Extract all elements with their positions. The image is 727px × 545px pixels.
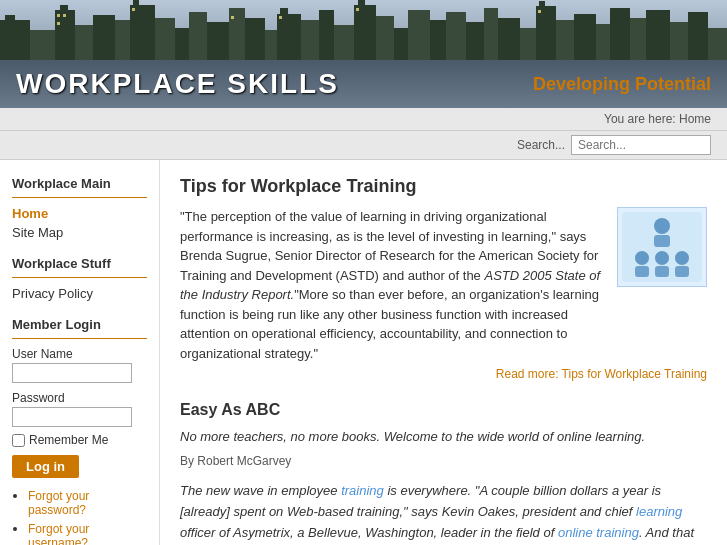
svg-rect-26 <box>394 28 408 60</box>
cityscape-banner <box>0 0 727 60</box>
svg-rect-4 <box>55 10 75 60</box>
sidebar-section-login: Member Login <box>12 317 147 332</box>
svg-rect-41 <box>646 10 670 60</box>
svg-rect-35 <box>539 1 545 6</box>
learning-link[interactable]: learning <box>636 504 682 519</box>
svg-rect-8 <box>115 20 130 60</box>
username-label: User Name <box>12 347 147 361</box>
sidebar-divider-2 <box>12 277 147 278</box>
svg-rect-34 <box>536 6 556 60</box>
svg-rect-38 <box>596 24 610 60</box>
sidebar-item-privacy[interactable]: Privacy Policy <box>12 286 147 301</box>
breadcrumb: You are here: Home <box>0 108 727 131</box>
svg-rect-2 <box>5 15 15 20</box>
svg-point-54 <box>654 218 670 234</box>
article2-p2-3: officer of Asymetrix, a Bellevue, Washin… <box>180 525 558 540</box>
article1-top: "The perception of the value of learning… <box>180 207 707 363</box>
sidebar-divider-1 <box>12 197 147 198</box>
svg-point-56 <box>635 251 649 265</box>
remember-me-label: Remember Me <box>29 433 108 447</box>
svg-rect-1 <box>0 20 30 60</box>
svg-rect-50 <box>279 16 282 19</box>
article2-body: No more teachers, no more books. Welcome… <box>180 427 707 545</box>
svg-rect-7 <box>93 15 115 60</box>
sidebar-item-sitemap[interactable]: Site Map <box>12 225 147 240</box>
article2-intro-text: No more teachers, no more books. Welcome… <box>180 429 645 444</box>
password-input[interactable] <box>12 407 132 427</box>
site-tagline: Developing Potential <box>533 74 711 95</box>
svg-rect-51 <box>356 8 359 11</box>
svg-rect-30 <box>466 22 484 60</box>
remember-me-row: Remember Me <box>12 433 147 447</box>
online-training-link[interactable]: online training <box>558 525 639 540</box>
svg-rect-9 <box>130 5 155 60</box>
forgot-password-link[interactable]: Forgot your password? <box>28 489 147 517</box>
svg-rect-37 <box>574 14 596 60</box>
svg-rect-59 <box>655 266 669 277</box>
article1-title: Tips for Workplace Training <box>180 176 707 197</box>
training-link[interactable]: training <box>341 483 384 498</box>
svg-rect-3 <box>30 30 55 60</box>
article1-body: "The perception of the value of learning… <box>180 207 605 363</box>
svg-rect-13 <box>189 12 207 60</box>
svg-rect-14 <box>207 22 229 60</box>
svg-rect-61 <box>675 266 689 277</box>
article1-image <box>617 207 707 287</box>
svg-rect-46 <box>63 14 66 17</box>
main-layout: Workplace Main Home Site Map Workplace S… <box>0 160 727 545</box>
login-button[interactable]: Log in <box>12 455 79 478</box>
svg-rect-43 <box>688 12 708 60</box>
forgot-username-link[interactable]: Forgot your username? <box>28 522 147 545</box>
svg-rect-42 <box>670 22 688 60</box>
sidebar-item-home[interactable]: Home <box>12 206 147 221</box>
article2-p2-1: The new wave in employee <box>180 483 341 498</box>
svg-rect-45 <box>57 14 60 17</box>
svg-rect-18 <box>277 14 301 60</box>
sidebar: Workplace Main Home Site Map Workplace S… <box>0 160 160 545</box>
sidebar-footer-links: Forgot your password? Forgot your userna… <box>12 488 147 545</box>
svg-rect-44 <box>708 28 727 60</box>
svg-rect-55 <box>654 235 670 247</box>
search-label: Search... <box>517 138 565 152</box>
svg-rect-5 <box>60 5 68 10</box>
article2-title: Easy As ABC <box>180 401 707 419</box>
svg-rect-16 <box>245 18 265 60</box>
svg-rect-23 <box>354 5 376 60</box>
svg-rect-36 <box>556 20 574 60</box>
svg-rect-11 <box>155 18 175 60</box>
svg-rect-20 <box>301 20 319 60</box>
article2-para2: The new wave in employee training is eve… <box>180 481 707 545</box>
article2-intro: No more teachers, no more books. Welcome… <box>180 427 707 448</box>
sidebar-divider-3 <box>12 338 147 339</box>
svg-rect-29 <box>446 12 466 60</box>
site-title: WORKPLACE SKILLS <box>16 68 339 100</box>
svg-rect-57 <box>635 266 649 277</box>
username-input[interactable] <box>12 363 132 383</box>
search-bar: Search... <box>0 131 727 160</box>
svg-rect-6 <box>75 25 93 60</box>
svg-rect-28 <box>430 20 446 60</box>
svg-rect-31 <box>484 8 498 60</box>
sidebar-section-main: Workplace Main <box>12 176 147 191</box>
content-area: Tips for Workplace Training "The percept… <box>160 160 727 545</box>
breadcrumb-text: You are here: Home <box>604 112 711 126</box>
svg-rect-32 <box>498 18 520 60</box>
svg-point-60 <box>675 251 689 265</box>
svg-point-58 <box>655 251 669 265</box>
svg-rect-17 <box>265 30 277 60</box>
svg-rect-25 <box>376 16 394 60</box>
read-more-link[interactable]: Read more: Tips for Workplace Training <box>180 367 707 381</box>
article2-byline: By Robert McGarvey <box>180 452 707 471</box>
svg-rect-33 <box>520 28 536 60</box>
svg-rect-22 <box>334 25 354 60</box>
svg-rect-19 <box>280 8 288 14</box>
svg-rect-52 <box>538 10 541 13</box>
svg-rect-12 <box>175 28 189 60</box>
password-label: Password <box>12 391 147 405</box>
svg-rect-39 <box>610 8 630 60</box>
svg-rect-21 <box>319 10 334 60</box>
search-input[interactable] <box>571 135 711 155</box>
svg-rect-27 <box>408 10 430 60</box>
sidebar-section-stuff: Workplace Stuff <box>12 256 147 271</box>
remember-me-checkbox[interactable] <box>12 434 25 447</box>
